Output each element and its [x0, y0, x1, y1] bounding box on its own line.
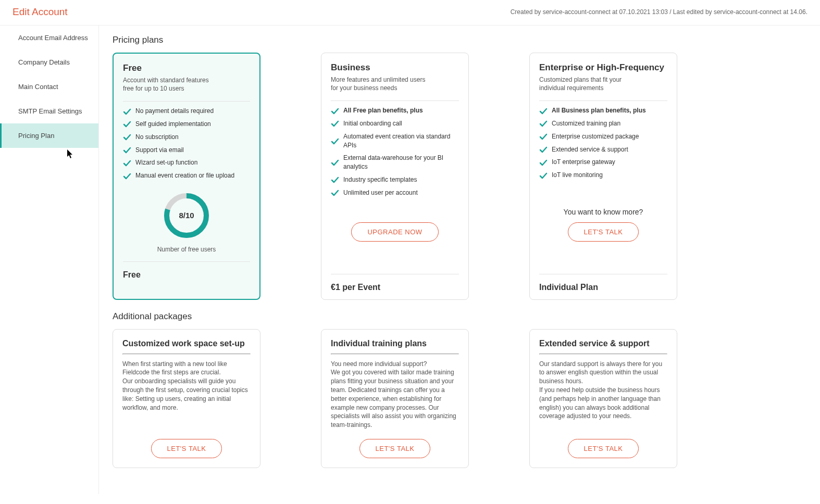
plan-card-free: Free Account with standard features free…: [113, 53, 260, 300]
sidebar-item-pricing-plan[interactable]: Pricing Plan: [0, 123, 98, 148]
feature-text: IoT enterprise gateway: [552, 158, 615, 167]
plan-sub: Account with standard features free for …: [123, 77, 250, 93]
check-icon: [331, 120, 338, 127]
package-desc: Our standard support is always there for…: [539, 360, 667, 421]
sidebar: Account Email Address Company Details Ma…: [0, 26, 99, 494]
package-title: Customized work space set-up: [122, 339, 251, 348]
page-meta: Created by service-account-connect at 07…: [511, 8, 807, 16]
page-header: Edit Account Created by service-account-…: [0, 0, 820, 26]
feature-text: Automated event creation via standard AP…: [343, 132, 459, 150]
plan-sub: Customized plans that fit your individua…: [539, 76, 667, 92]
donut-caption: Number of free users: [123, 246, 250, 253]
feature-text: Support via email: [135, 146, 184, 155]
plan-price: €1 per Event: [331, 283, 459, 292]
feature-item: Customized training plan: [539, 119, 667, 128]
check-icon: [123, 159, 130, 167]
feature-text: Manual event creation or file upload: [135, 171, 234, 180]
lets-talk-button[interactable]: LET'S TALK: [568, 222, 639, 242]
check-icon: [539, 159, 546, 166]
feature-text: Enterprise customized package: [552, 132, 639, 141]
plan-name: Business: [331, 62, 459, 73]
sidebar-item-account-email[interactable]: Account Email Address: [0, 26, 98, 50]
package-desc: You need more individual support? We got…: [331, 360, 459, 430]
check-icon: [331, 137, 338, 145]
plan-card-business: Business More features and unlimited use…: [321, 53, 469, 300]
check-icon: [539, 107, 546, 115]
upgrade-button[interactable]: UPGRADE NOW: [351, 222, 438, 242]
feature-item: Enterprise customized package: [539, 132, 667, 141]
feature-text: Industry specific templates: [343, 175, 417, 184]
check-icon: [539, 172, 546, 179]
check-icon: [539, 120, 546, 127]
check-icon: [123, 133, 130, 141]
package-card-workspace-setup: Customized work space set-up When first …: [113, 329, 260, 468]
sidebar-item-company-details[interactable]: Company Details: [0, 50, 98, 74]
feature-item: All Free plan benefits, plus: [331, 106, 459, 115]
user-donut-chart: 8/10 Number of free users: [123, 192, 250, 253]
feature-item: No payment details required: [123, 107, 250, 116]
feature-text: External data-warehouse for your BI anal…: [343, 154, 459, 171]
feature-item: Manual event creation or file upload: [123, 171, 250, 180]
package-title: Extended service & support: [539, 339, 667, 348]
check-icon: [331, 176, 338, 183]
check-icon: [539, 133, 546, 140]
feature-item: Automated event creation via standard AP…: [331, 132, 459, 150]
plan-price: Individual Plan: [539, 283, 667, 292]
package-card-extended-support: Extended service & support Our standard …: [529, 329, 677, 468]
feature-item: All Business plan benefits, plus: [539, 106, 667, 115]
feature-list: No payment details requiredSelf guided i…: [123, 107, 250, 184]
feature-item: Unlimited user per account: [331, 188, 459, 197]
feature-text: Extended service & support: [552, 145, 628, 154]
check-icon: [539, 146, 546, 153]
sidebar-item-main-contact[interactable]: Main Contact: [0, 74, 98, 99]
cta-prompt: You want to know more?: [539, 208, 667, 216]
feature-text: Unlimited user per account: [343, 188, 418, 197]
feature-list: All Free plan benefits, plusInitial onbo…: [331, 106, 459, 201]
donut-value: 8/10: [179, 211, 194, 220]
plan-name: Free: [123, 63, 250, 73]
check-icon: [123, 172, 130, 180]
check-icon: [123, 108, 130, 115]
package-desc: When first starting with a new tool like…: [122, 360, 251, 412]
feature-item: No subscription: [123, 133, 250, 142]
check-icon: [123, 120, 130, 128]
check-icon: [331, 107, 338, 115]
feature-text: No payment details required: [135, 107, 214, 116]
feature-item: Extended service & support: [539, 145, 667, 154]
feature-list: All Business plan benefits, plusCustomiz…: [539, 106, 667, 184]
feature-text: Initial onboarding call: [343, 119, 402, 128]
page-title: Edit Account: [13, 6, 68, 18]
check-icon: [331, 159, 338, 166]
plan-name: Enterprise or High-Frequency: [539, 62, 667, 73]
feature-text: Wizard set-up function: [135, 158, 197, 167]
plan-card-enterprise: Enterprise or High-Frequency Customized …: [529, 53, 677, 300]
feature-item: Initial onboarding call: [331, 119, 459, 128]
feature-item: IoT live monitoring: [539, 171, 667, 180]
lets-talk-button[interactable]: LET'S TALK: [568, 439, 639, 458]
feature-text: All Business plan benefits, plus: [552, 106, 646, 115]
pricing-title: Pricing plans: [113, 35, 806, 45]
lets-talk-button[interactable]: LET'S TALK: [359, 439, 431, 458]
feature-item: Support via email: [123, 146, 250, 155]
feature-item: Self guided implementation: [123, 120, 250, 129]
feature-text: All Free plan benefits, plus: [343, 106, 423, 115]
feature-item: Wizard set-up function: [123, 158, 250, 167]
feature-text: Customized training plan: [552, 119, 620, 128]
feature-item: Industry specific templates: [331, 175, 459, 184]
feature-text: IoT live monitoring: [552, 171, 603, 180]
sidebar-item-smtp-settings[interactable]: SMTP Email Settings: [0, 99, 98, 123]
packages-title: Additional packages: [113, 311, 806, 322]
feature-text: No subscription: [135, 133, 179, 142]
plan-price: Free: [123, 270, 250, 280]
package-card-training-plans: Individual training plans You need more …: [321, 329, 469, 468]
feature-text: Self guided implementation: [135, 120, 211, 129]
lets-talk-button[interactable]: LET'S TALK: [151, 439, 222, 458]
package-title: Individual training plans: [331, 339, 459, 348]
check-icon: [123, 146, 130, 154]
check-icon: [331, 189, 338, 196]
main-content: Pricing plans Free Account with standard…: [99, 26, 820, 494]
feature-item: IoT enterprise gateway: [539, 158, 667, 167]
feature-item: External data-warehouse for your BI anal…: [331, 154, 459, 171]
plan-sub: More features and unlimited users for yo…: [331, 76, 459, 92]
